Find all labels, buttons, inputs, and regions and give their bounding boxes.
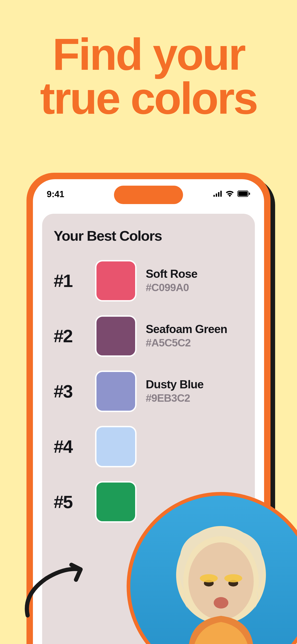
status-time: 9:41 (47, 189, 64, 199)
color-row[interactable]: #2 Seafoam Green #A5C5C2 (54, 315, 243, 357)
color-swatch (95, 260, 136, 302)
svg-rect-5 (238, 192, 248, 196)
color-info (146, 446, 243, 447)
color-name: Soft Rose (146, 268, 243, 280)
color-swatch (95, 370, 136, 412)
svg-point-13 (214, 597, 228, 608)
color-hex: #A5C5C2 (146, 336, 243, 349)
color-name: Seafoam Green (146, 323, 243, 335)
color-swatch (95, 315, 136, 357)
svg-rect-2 (218, 192, 220, 197)
color-row[interactable]: #1 Soft Rose #C099A0 (54, 260, 243, 302)
arrow-icon (18, 558, 97, 623)
color-swatch (95, 481, 136, 522)
wifi-icon (226, 190, 234, 198)
color-hex: #C099A0 (146, 281, 243, 294)
color-swatch (95, 426, 136, 467)
svg-rect-1 (216, 194, 217, 197)
svg-rect-6 (249, 192, 250, 195)
color-rank: #5 (54, 492, 86, 512)
color-info: Seafoam Green #A5C5C2 (146, 323, 243, 349)
headline-line-1: Find your (52, 29, 244, 79)
marketing-headline: Find your true colors (0, 0, 297, 120)
headline-line-2: true colors (40, 73, 257, 123)
color-hex: #9EB3C2 (146, 392, 243, 404)
svg-point-11 (200, 574, 218, 582)
svg-rect-0 (214, 195, 215, 197)
color-rank: #3 (54, 381, 86, 402)
battery-icon (237, 190, 250, 198)
color-rank: #2 (54, 326, 86, 347)
svg-rect-3 (220, 191, 222, 197)
color-info: Soft Rose #C099A0 (146, 268, 243, 294)
status-icons (214, 190, 250, 198)
color-name: Dusty Blue (146, 378, 243, 391)
cellular-icon (214, 191, 222, 198)
dynamic-island (114, 186, 183, 204)
card-title: Your Best Colors (54, 228, 243, 244)
color-info: Dusty Blue #9EB3C2 (146, 378, 243, 404)
color-rank: #4 (54, 436, 86, 457)
color-row[interactable]: #4 (54, 426, 243, 467)
color-rank: #1 (54, 270, 86, 291)
svg-point-12 (224, 574, 242, 582)
color-row[interactable]: #3 Dusty Blue #9EB3C2 (54, 370, 243, 412)
